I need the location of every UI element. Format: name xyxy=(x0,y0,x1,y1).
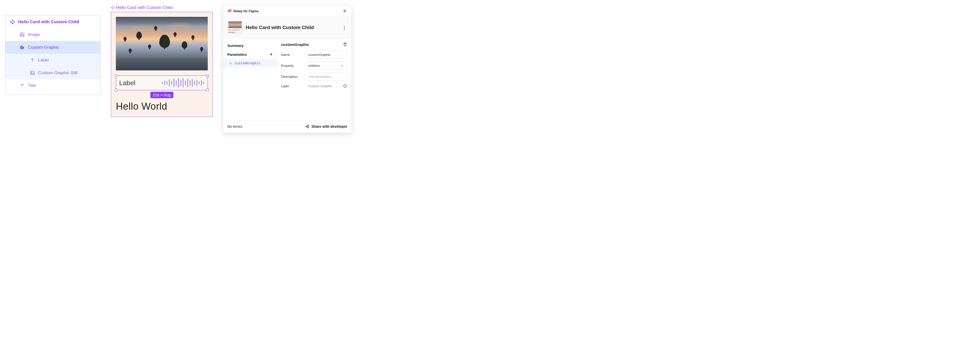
detail-heading: customGraphic xyxy=(281,42,309,47)
canvas-component-label[interactable]: Hello Card with Custom Child xyxy=(111,5,213,10)
delete-parameter-button[interactable] xyxy=(343,42,347,47)
svg-point-5 xyxy=(21,34,22,35)
layer-label: Title xyxy=(28,83,36,88)
layer-row-custom-graphic-still[interactable]: Custom Graphic Still xyxy=(5,67,100,79)
resize-handle[interactable] xyxy=(115,89,118,91)
share-icon xyxy=(305,124,309,129)
plugin-header: Relay for Figma xyxy=(223,5,352,17)
custom-graphic-label: Label xyxy=(119,79,135,87)
frame-icon xyxy=(20,45,25,50)
image-icon xyxy=(30,70,35,75)
relay-plugin-panel: Relay for Figma Label Hello World Hello … xyxy=(223,5,352,133)
svg-rect-14 xyxy=(113,7,114,8)
field-label-property: Property xyxy=(281,64,302,68)
layer-row-custom-graphic[interactable]: Custom Graphic xyxy=(5,41,100,54)
plugin-subheader: Label Hello World Hello Card with Custom… xyxy=(223,17,352,38)
description-input[interactable]: Add description xyxy=(304,73,347,81)
field-label-layer: Layer xyxy=(281,84,302,88)
card-title[interactable]: Hello World xyxy=(116,101,208,112)
text-icon xyxy=(30,58,35,63)
layer-row-image[interactable]: Image xyxy=(5,28,100,41)
relay-logo-icon xyxy=(227,9,231,13)
selection-size-badge: 216 × Hug xyxy=(150,92,173,98)
plugin-brand: Relay for Figma xyxy=(227,9,259,13)
parameter-item-customgraphic[interactable]: customGraphic xyxy=(223,59,277,67)
svg-point-16 xyxy=(306,126,307,127)
text-icon xyxy=(20,83,25,88)
resize-handle[interactable] xyxy=(206,89,209,91)
svg-rect-8 xyxy=(23,47,24,49)
component-thumbnail: Label Hello World xyxy=(228,21,243,35)
svg-rect-12 xyxy=(112,8,113,9)
close-button[interactable] xyxy=(342,8,348,14)
svg-rect-6 xyxy=(21,46,21,49)
layer-label: Image xyxy=(28,32,40,37)
canvas-preview: Hello Card with Custom Child Label 216 × xyxy=(111,5,213,117)
layer-label: Custom Graphic xyxy=(28,45,59,50)
layer-label: Custom Graphic Still xyxy=(38,70,78,75)
svg-point-15 xyxy=(344,85,346,87)
plugin-brand-name: Relay for Figma xyxy=(234,9,259,13)
name-input[interactable]: customGraphic xyxy=(304,51,347,59)
resize-handle[interactable] xyxy=(115,75,118,77)
layer-link[interactable]: Custom Graphic xyxy=(304,84,347,88)
svg-rect-3 xyxy=(13,21,15,23)
layer-row-root[interactable]: Hello Card with Custom Child xyxy=(5,16,100,28)
plugin-sidebar: Summary Parameters + customGraphic xyxy=(223,38,277,120)
layer-label: Label xyxy=(38,58,49,63)
svg-point-18 xyxy=(308,127,309,128)
svg-rect-7 xyxy=(22,46,22,49)
sidebar-parameters[interactable]: Parameters + xyxy=(223,50,277,59)
target-icon[interactable] xyxy=(343,84,347,88)
svg-rect-1 xyxy=(12,23,13,24)
field-label-name: Name xyxy=(281,53,302,57)
plugin-component-name: Hello Card with Custom Child xyxy=(246,25,338,30)
canvas-component-name: Hello Card with Custom Child xyxy=(116,5,172,10)
layers-panel: Hello Card with Custom Child Image Custo… xyxy=(5,15,100,95)
selected-frame-custom-graphic[interactable]: Label 216 × Hug xyxy=(116,75,208,90)
share-with-developer-button[interactable]: Share with developer xyxy=(305,124,347,129)
svg-point-10 xyxy=(32,72,32,73)
plugin-detail: customGraphic Name customGraphic Propert… xyxy=(277,38,352,120)
field-label-description: Description xyxy=(281,75,302,79)
svg-rect-13 xyxy=(111,7,112,8)
canvas-card[interactable]: Label 216 × Hug Hello World xyxy=(111,12,213,117)
chevron-down-icon xyxy=(340,64,344,67)
property-select[interactable]: children xyxy=(304,62,347,70)
card-image[interactable] xyxy=(116,17,208,70)
svg-rect-0 xyxy=(12,20,13,21)
layer-row-label[interactable]: Label xyxy=(5,54,100,67)
equalizer-graphic xyxy=(162,78,204,88)
svg-rect-11 xyxy=(112,6,113,7)
sidebar-summary[interactable]: Summary xyxy=(223,41,277,50)
layer-label: Hello Card with Custom Child xyxy=(18,19,79,24)
plugin-footer: No errors Share with developer xyxy=(223,120,352,133)
layer-row-title[interactable]: Title xyxy=(5,79,100,92)
svg-point-17 xyxy=(308,125,309,126)
plugin-body: Summary Parameters + customGraphic custo… xyxy=(223,38,352,120)
status-text: No errors xyxy=(228,124,242,129)
svg-rect-9 xyxy=(30,71,34,75)
more-menu-button[interactable] xyxy=(341,26,347,30)
svg-rect-2 xyxy=(10,21,12,23)
add-parameter-button[interactable]: + xyxy=(270,52,272,57)
component-icon xyxy=(10,19,15,24)
image-icon xyxy=(20,32,25,37)
resize-handle[interactable] xyxy=(206,75,209,77)
svg-rect-4 xyxy=(21,33,24,37)
